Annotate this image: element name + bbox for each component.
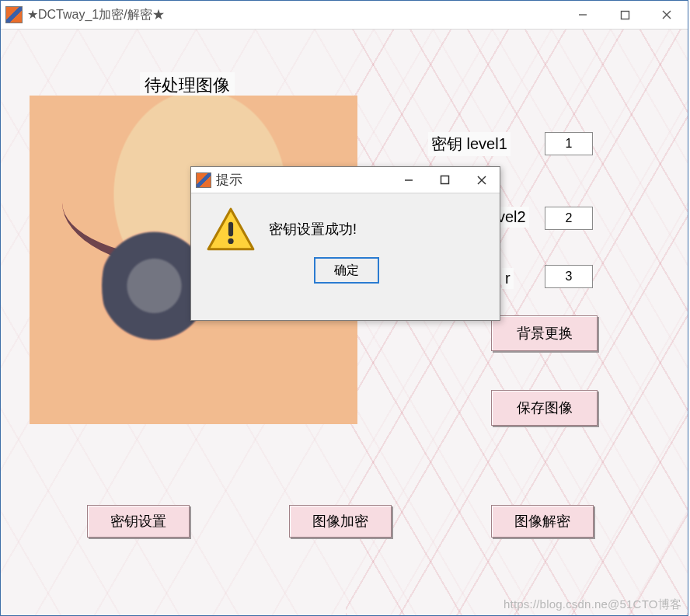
- svg-point-9: [228, 238, 233, 244]
- encrypt-image-button[interactable]: 图像加密: [289, 505, 392, 538]
- dialog-message: 密钥设置成功!: [269, 220, 357, 238]
- decrypt-image-button[interactable]: 图像解密: [491, 505, 594, 538]
- dialog-body: 密钥设置成功! 确定: [191, 193, 500, 290]
- key-level3-label: r: [502, 268, 514, 289]
- main-window: ★DCTway_1加密/解密★ 待处理图像 密钥 level1 1 vel2: [0, 0, 688, 616]
- save-image-button[interactable]: 保存图像: [491, 390, 598, 426]
- matlab-icon: [5, 6, 23, 23]
- minimize-button[interactable]: [562, 1, 604, 29]
- dialog-maximize-button[interactable]: [427, 167, 463, 193]
- key-level1-input[interactable]: 1: [545, 132, 593, 155]
- close-button[interactable]: [646, 1, 688, 29]
- window-controls: [562, 1, 688, 29]
- svg-rect-8: [228, 222, 233, 237]
- key-level1-label: 密钥 level1: [428, 132, 511, 156]
- watermark: https://blog.csdn.ne@51CTO博客: [504, 597, 681, 612]
- maximize-button[interactable]: [604, 1, 646, 29]
- dialog-title: 提示: [216, 171, 390, 189]
- client-area: 待处理图像 密钥 level1 1 vel2 2 r 3 背景更换 保存图像 密…: [1, 30, 688, 615]
- key-level2-input[interactable]: 2: [545, 207, 593, 230]
- dialog-minimize-button[interactable]: [390, 167, 427, 193]
- titlebar: ★DCTway_1加密/解密★: [1, 1, 688, 30]
- change-background-button[interactable]: 背景更换: [491, 315, 598, 351]
- matlab-icon: [196, 172, 211, 188]
- svg-rect-5: [441, 176, 449, 184]
- image-title: 待处理图像: [140, 72, 235, 99]
- message-dialog: 提示 密钥设置成功!: [190, 166, 500, 321]
- dialog-titlebar: 提示: [191, 167, 500, 193]
- dialog-ok-button[interactable]: 确定: [314, 257, 379, 284]
- svg-rect-1: [621, 11, 629, 19]
- warning-icon: [205, 206, 256, 252]
- window-title: ★DCTway_1加密/解密★: [27, 7, 562, 23]
- key-level3-input[interactable]: 3: [545, 265, 593, 288]
- dialog-close-button[interactable]: [463, 167, 500, 193]
- key-settings-button[interactable]: 密钥设置: [87, 505, 190, 538]
